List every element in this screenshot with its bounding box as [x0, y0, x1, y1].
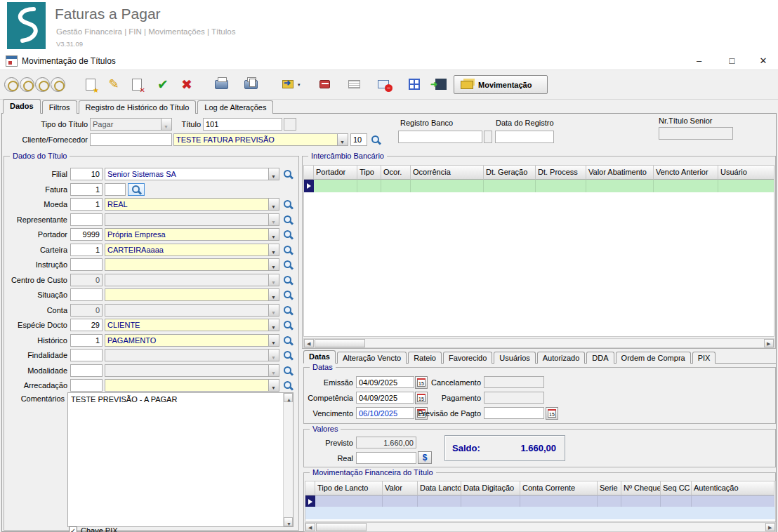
payment-slip-button[interactable] — [314, 74, 335, 95]
instrucao-code-input[interactable] — [70, 258, 103, 271]
nav-next-button[interactable] — [35, 77, 50, 92]
chevron-down-icon[interactable] — [268, 168, 279, 180]
table-cell[interactable] — [411, 180, 484, 192]
print-preview-button[interactable] — [240, 74, 261, 95]
real-input[interactable] — [356, 452, 416, 464]
scroll-right-icon[interactable] — [765, 523, 775, 531]
mov-financeira-hscrollbar[interactable] — [305, 522, 776, 532]
situacao-code-input[interactable] — [70, 288, 103, 301]
calculator-button[interactable] — [404, 74, 425, 95]
exit-button[interactable]: ➜ — [430, 74, 451, 95]
table-cell[interactable] — [718, 180, 774, 192]
main-tab[interactable]: Log de Alterações — [197, 100, 273, 114]
movimentacao-button[interactable]: Movimentação — [454, 75, 548, 94]
cliente-fornecedor-select[interactable]: TESTE FATURA PREVISÃO — [173, 133, 348, 146]
detail-tab[interactable]: Favorecido — [443, 352, 492, 364]
chevron-down-icon[interactable] — [268, 229, 279, 240]
data-registro-input[interactable] — [495, 131, 554, 143]
detail-tab[interactable]: Alteração Vencto — [337, 352, 407, 364]
intercambio-row-selected[interactable] — [304, 180, 774, 192]
detail-tab[interactable]: PIX — [692, 352, 716, 364]
chevron-down-icon[interactable] — [337, 134, 348, 145]
close-button[interactable]: ✕ — [749, 52, 777, 70]
table-cell[interactable] — [598, 496, 621, 507]
table-cell[interactable] — [484, 180, 536, 192]
cliente-lookup-icon[interactable] — [371, 135, 381, 145]
chevron-down-icon[interactable] — [268, 259, 279, 270]
fatura-extra-input[interactable] — [105, 183, 126, 196]
delete-record-button[interactable]: − — [373, 74, 394, 95]
modalidade-lookup-icon[interactable] — [283, 366, 294, 376]
chevron-down-icon[interactable] — [268, 335, 279, 346]
portador-lookup-icon[interactable] — [283, 230, 294, 240]
scroll-track[interactable] — [365, 339, 764, 347]
findalidade-lookup-icon[interactable] — [283, 350, 294, 361]
table-cell[interactable] — [621, 496, 661, 507]
filial-select[interactable]: Senior Sistemas SA — [105, 168, 279, 180]
arrecadacao-lookup-icon[interactable] — [283, 380, 294, 391]
mov-financeira-row-empty[interactable] — [305, 507, 776, 519]
chevron-down-icon[interactable] — [268, 289, 279, 300]
table-cell[interactable] — [418, 496, 461, 507]
dollar-button[interactable]: $ — [418, 451, 432, 464]
nav-prev-button[interactable] — [20, 77, 34, 92]
especie-docto-lookup-icon[interactable] — [283, 320, 294, 331]
cliente-seq-input[interactable]: 10 — [350, 133, 367, 146]
detail-tab[interactable]: DDA — [586, 352, 614, 364]
new-button[interactable]: ★ — [80, 74, 101, 95]
scroll-thumb[interactable] — [316, 523, 367, 531]
table-cell[interactable] — [520, 496, 598, 507]
print-button[interactable] — [211, 74, 232, 95]
chave-pix-checkbox[interactable]: ✓ — [69, 526, 77, 532]
detail-tab[interactable]: Autorizado — [537, 352, 586, 364]
historico-lookup-icon[interactable] — [283, 335, 294, 346]
detail-tab[interactable]: Datas — [303, 350, 336, 364]
comentarios-scrollbar[interactable] — [283, 393, 293, 526]
fatura-lookup-button[interactable] — [128, 183, 145, 196]
scroll-right-icon[interactable] — [764, 339, 774, 347]
edit-button[interactable]: ✎ — [103, 74, 124, 95]
scroll-left-icon[interactable] — [304, 339, 314, 347]
vencimento-input[interactable]: 06/10/2025 — [356, 407, 414, 419]
filial-lookup-icon[interactable] — [283, 169, 294, 180]
portador-code-input[interactable]: 9999 — [70, 228, 103, 241]
minimize-button[interactable]: – — [683, 52, 715, 70]
scroll-up-icon[interactable] — [284, 393, 293, 402]
representante-lookup-icon[interactable] — [283, 215, 294, 225]
moeda-select[interactable]: REAL — [105, 198, 279, 211]
arrecadacao-select[interactable] — [105, 379, 279, 392]
filial-code-input[interactable]: 10 — [70, 168, 103, 180]
table-cell[interactable] — [586, 180, 654, 192]
carteira-lookup-icon[interactable] — [283, 245, 294, 255]
detail-tab[interactable]: Usuários — [494, 352, 535, 364]
arrecadacao-code-input[interactable] — [70, 379, 103, 392]
main-tab[interactable]: Dados — [3, 99, 41, 114]
registro-banco-input[interactable] — [398, 131, 482, 143]
chevron-down-icon[interactable] — [268, 380, 279, 391]
situacao-lookup-icon[interactable] — [283, 290, 294, 300]
scroll-track[interactable] — [367, 523, 765, 531]
send-button[interactable]: ➜ — [277, 74, 298, 95]
chevron-down-icon[interactable] — [268, 319, 279, 331]
carteira-code-input[interactable]: 1 — [70, 244, 103, 256]
chevron-down-icon[interactable] — [268, 199, 279, 210]
table-cell[interactable] — [461, 496, 520, 507]
intercambio-hscrollbar[interactable] — [303, 338, 774, 348]
scroll-down-icon[interactable] — [284, 517, 293, 526]
table-cell[interactable] — [536, 180, 586, 192]
carteira-select[interactable]: CARTEIRAaaaa — [105, 244, 279, 256]
representante-code-input[interactable] — [70, 213, 103, 226]
nav-first-button[interactable] — [4, 77, 19, 92]
table-cell[interactable] — [383, 496, 418, 507]
cliente-fornecedor-code-input[interactable] — [90, 133, 172, 146]
emissao-input[interactable]: 04/09/2025 — [356, 376, 414, 388]
portador-select[interactable]: Própria Empresa — [105, 228, 279, 241]
instrucao-select[interactable] — [105, 258, 279, 271]
especie-docto-code-input[interactable]: 29 — [70, 319, 103, 331]
main-tab[interactable]: Registro de Histórico do Título — [79, 100, 197, 114]
competencia-input[interactable]: 04/09/2025 — [356, 392, 414, 404]
scroll-thumb[interactable] — [315, 339, 365, 347]
table-cell[interactable] — [315, 496, 383, 507]
previsao-pagto-input[interactable] — [484, 407, 544, 419]
table-cell[interactable] — [314, 180, 357, 192]
